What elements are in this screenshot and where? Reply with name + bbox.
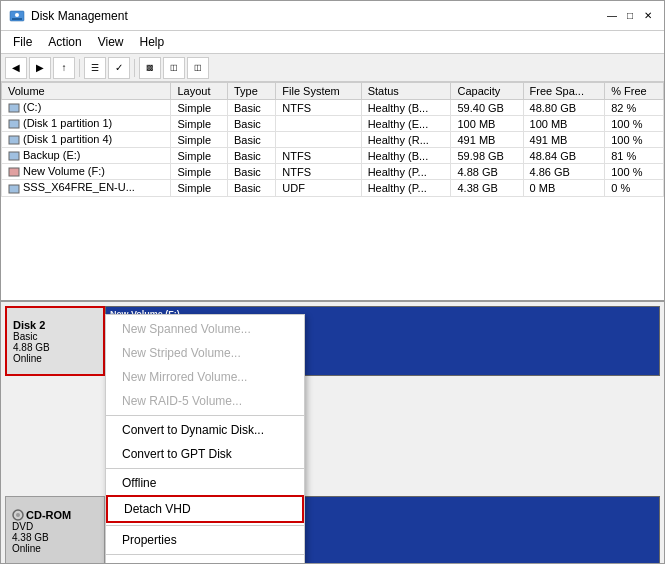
table-cell: Basic xyxy=(227,180,275,196)
cdrom-type: DVD xyxy=(12,521,98,532)
menu-file[interactable]: File xyxy=(5,33,40,51)
view-button1[interactable]: ▩ xyxy=(139,57,161,79)
context-menu-item[interactable]: Convert to GPT Disk xyxy=(106,442,304,466)
table-cell xyxy=(276,132,361,148)
menu-help[interactable]: Help xyxy=(132,33,173,51)
table-cell: 82 % xyxy=(605,100,664,116)
table-cell: NTFS xyxy=(276,164,361,180)
svg-rect-5 xyxy=(9,136,19,144)
toolbar-sep2 xyxy=(134,59,135,77)
volume-table-container[interactable]: Volume Layout Type File System Status Ca… xyxy=(1,82,664,302)
table-cell: 4.86 GB xyxy=(523,164,605,180)
table-header-row: Volume Layout Type File System Status Ca… xyxy=(2,83,664,100)
context-menu-item[interactable]: Convert to Dynamic Disk... xyxy=(106,418,304,442)
title-bar-left: Disk Management xyxy=(9,8,128,24)
disk2-row: Disk 2 Basic 4.88 GB Online New Volume (… xyxy=(5,306,660,376)
svg-rect-3 xyxy=(9,104,19,112)
context-menu-item: New Striped Volume... xyxy=(106,341,304,365)
table-cell: Simple xyxy=(171,100,227,116)
back-button[interactable]: ◀ xyxy=(5,57,27,79)
col-type: Type xyxy=(227,83,275,100)
context-menu-separator xyxy=(106,525,304,526)
table-cell: 100 % xyxy=(605,164,664,180)
table-cell: New Volume (F:) xyxy=(2,164,171,180)
table-cell: Healthy (P... xyxy=(361,164,451,180)
table-row[interactable]: (Disk 1 partition 1)SimpleBasicHealthy (… xyxy=(2,116,664,132)
disk2-status: Online xyxy=(13,353,97,364)
table-cell: (Disk 1 partition 1) xyxy=(2,116,171,132)
table-cell: Backup (E:) xyxy=(2,148,171,164)
svg-rect-6 xyxy=(9,152,19,160)
toolbar: ◀ ▶ ↑ ☰ ✓ ▩ ◫ ◫ xyxy=(1,54,664,82)
table-cell: Basic xyxy=(227,164,275,180)
context-menu-item[interactable]: Properties xyxy=(106,528,304,552)
table-cell: 81 % xyxy=(605,148,664,164)
table-cell: UDF xyxy=(276,180,361,196)
menu-bar: File Action View Help xyxy=(1,31,664,54)
disk-scroll[interactable]: Disk 2 Basic 4.88 GB Online New Volume (… xyxy=(1,302,664,563)
view-button2[interactable]: ◫ xyxy=(163,57,185,79)
table-cell: 100 MB xyxy=(523,116,605,132)
disk2-name: Disk 2 xyxy=(13,319,97,331)
col-capacity: Capacity xyxy=(451,83,523,100)
forward-button[interactable]: ▶ xyxy=(29,57,51,79)
table-cell xyxy=(276,116,361,132)
col-volume: Volume xyxy=(2,83,171,100)
table-cell: 0 % xyxy=(605,180,664,196)
up-button[interactable]: ↑ xyxy=(53,57,75,79)
disk2-label[interactable]: Disk 2 Basic 4.88 GB Online xyxy=(5,306,105,376)
table-cell: 100 MB xyxy=(451,116,523,132)
table-cell: 59.40 GB xyxy=(451,100,523,116)
svg-rect-7 xyxy=(9,168,19,176)
table-cell: 100 % xyxy=(605,132,664,148)
title-bar: Disk Management — □ ✕ xyxy=(1,1,664,31)
table-cell: 100 % xyxy=(605,116,664,132)
context-menu-item[interactable]: Detach VHD xyxy=(106,495,304,523)
menu-view[interactable]: View xyxy=(90,33,132,51)
table-row[interactable]: (Disk 1 partition 4)SimpleBasicHealthy (… xyxy=(2,132,664,148)
table-cell: Simple xyxy=(171,116,227,132)
help-button[interactable]: ✓ xyxy=(108,57,130,79)
properties-button[interactable]: ☰ xyxy=(84,57,106,79)
table-cell: Basic xyxy=(227,148,275,164)
svg-point-10 xyxy=(16,513,20,517)
app-icon xyxy=(9,8,25,24)
context-menu-item[interactable]: Help xyxy=(106,557,304,563)
table-cell: Healthy (E... xyxy=(361,116,451,132)
col-free: Free Spa... xyxy=(523,83,605,100)
table-cell: Simple xyxy=(171,180,227,196)
context-menu-item: New RAID-5 Volume... xyxy=(106,389,304,413)
col-status: Status xyxy=(361,83,451,100)
table-row[interactable]: New Volume (F:)SimpleBasicNTFSHealthy (P… xyxy=(2,164,664,180)
maximize-button[interactable]: □ xyxy=(622,8,638,24)
disk-management-window: Disk Management — □ ✕ File Action View H… xyxy=(0,0,665,564)
table-cell: 59.98 GB xyxy=(451,148,523,164)
table-cell: Basic xyxy=(227,132,275,148)
table-row[interactable]: SSS_X64FRE_EN-U...SimpleBasicUDFHealthy … xyxy=(2,180,664,196)
cdrom-row: CD-ROM DVD 4.38 GB Online SSS_X64FRE_EN-… xyxy=(5,496,660,563)
minimize-button[interactable]: — xyxy=(604,8,620,24)
cdrom-size: 4.38 GB xyxy=(12,532,98,543)
view-button3[interactable]: ◫ xyxy=(187,57,209,79)
context-menu-item[interactable]: Offline xyxy=(106,471,304,495)
cdrom-status: Online xyxy=(12,543,98,554)
svg-rect-8 xyxy=(9,185,19,193)
context-menu-item: New Spanned Volume... xyxy=(106,317,304,341)
table-cell: Healthy (P... xyxy=(361,180,451,196)
toolbar-sep1 xyxy=(79,59,80,77)
table-cell: 48.84 GB xyxy=(523,148,605,164)
table-row[interactable]: (C:)SimpleBasicNTFSHealthy (B...59.40 GB… xyxy=(2,100,664,116)
context-menu-separator xyxy=(106,415,304,416)
cdrom-label[interactable]: CD-ROM DVD 4.38 GB Online xyxy=(5,496,105,563)
table-cell: Basic xyxy=(227,100,275,116)
table-cell: Basic xyxy=(227,116,275,132)
table-cell: (Disk 1 partition 4) xyxy=(2,132,171,148)
menu-action[interactable]: Action xyxy=(40,33,89,51)
disk2-size: 4.88 GB xyxy=(13,342,97,353)
table-cell: SSS_X64FRE_EN-U... xyxy=(2,180,171,196)
close-button[interactable]: ✕ xyxy=(640,8,656,24)
table-cell: 0 MB xyxy=(523,180,605,196)
title-controls: — □ ✕ xyxy=(604,8,656,24)
table-row[interactable]: Backup (E:)SimpleBasicNTFSHealthy (B...5… xyxy=(2,148,664,164)
table-cell: (C:) xyxy=(2,100,171,116)
